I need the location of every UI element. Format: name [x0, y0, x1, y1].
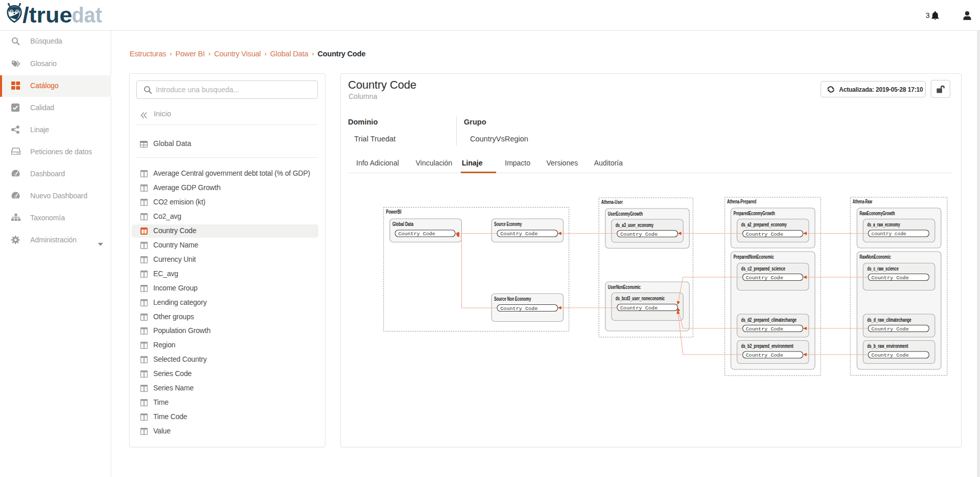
svg-text:RawNonEconomic: RawNonEconomic	[860, 254, 891, 260]
svg-text:ds_c_raw_science: ds_c_raw_science	[867, 265, 899, 272]
svg-text:Country Code: Country Code	[746, 232, 783, 237]
svg-text:RawEconomyGrowth: RawEconomyGrowth	[860, 210, 895, 216]
svg-text:ds_a2_prepared_economy: ds_a2_prepared_economy	[741, 221, 787, 227]
svg-text:Country Code: Country Code	[500, 306, 538, 312]
svg-text:Country Code: Country Code	[500, 231, 538, 237]
svg-text:UserEconmyGrowth: UserEconmyGrowth	[608, 211, 643, 217]
svg-text:Country Code: Country Code	[620, 305, 658, 311]
svg-text:UserNonEconomic: UserNonEconomic	[608, 284, 641, 290]
svg-text:Global Data: Global Data	[393, 221, 414, 227]
svg-text:Country Code: Country Code	[871, 326, 909, 332]
svg-text:Source Non Economy: Source Non Economy	[494, 296, 531, 302]
svg-text:dat: dat	[72, 3, 102, 26]
svg-text:Country Code: Country Code	[746, 326, 783, 332]
svg-text:/true: /true	[23, 3, 72, 26]
svg-text:ds_bcd3_user_noneconomic: ds_bcd3_user_noneconomic	[616, 295, 665, 301]
svg-text:Source Economy: Source Economy	[494, 221, 522, 227]
svg-text:Athena-User: Athena-User	[601, 199, 623, 205]
svg-text:Country Code: Country Code	[746, 275, 783, 281]
svg-text:Country Code: Country Code	[871, 352, 909, 358]
svg-text:PreparedEconmyGrowth: PreparedEconmyGrowth	[733, 210, 775, 216]
svg-text:ds_c2_prepared_science: ds_c2_prepared_science	[741, 265, 785, 272]
svg-text:Athena-Prepared: Athena-Prepared	[727, 198, 757, 204]
svg-text:ds_b_raw_environment: ds_b_raw_environment	[867, 343, 908, 349]
svg-text:Country Code: Country Code	[746, 352, 783, 358]
svg-text:Athena-Raw: Athena-Raw	[853, 198, 873, 204]
svg-text:Country Code: Country Code	[871, 275, 909, 281]
svg-text:PowerBI: PowerBI	[386, 209, 401, 215]
svg-text:ds_d2_prepared_climatechange: ds_d2_prepared_climatechange	[741, 317, 797, 323]
svg-text:country code: country code	[871, 231, 906, 237]
svg-text:Country Code: Country Code	[398, 231, 435, 237]
svg-text:ds_d_raw_climatechange: ds_d_raw_climatechange	[867, 317, 911, 323]
svg-text:ds_b2_prepared_environment: ds_b2_prepared_environment	[741, 343, 793, 349]
svg-text:PreparedNonEconomic: PreparedNonEconomic	[733, 254, 774, 260]
svg-text:ds_a_raw_economy: ds_a_raw_economy	[867, 221, 900, 227]
svg-text:Country Code: Country Code	[620, 232, 658, 237]
svg-text:ds_a3_user_economy: ds_a3_user_economy	[616, 222, 654, 228]
